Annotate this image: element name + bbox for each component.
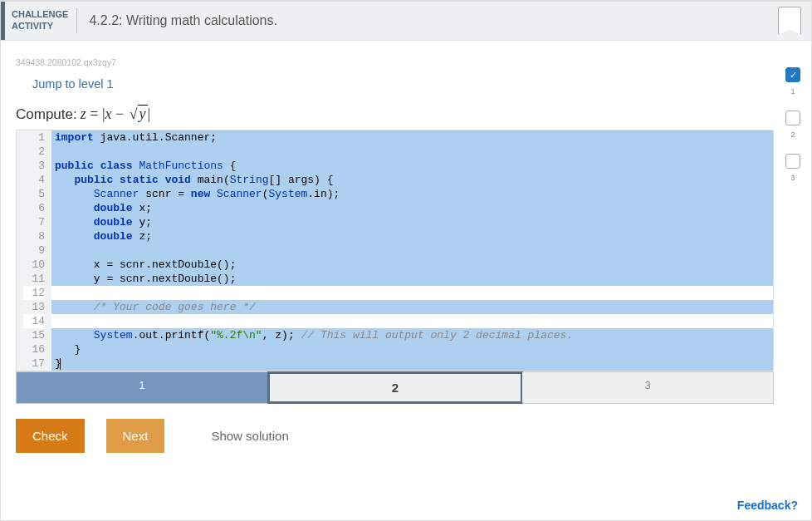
sqrt-icon: y xyxy=(128,106,148,123)
code-line[interactable]: import java.util.Scanner; xyxy=(51,130,773,145)
line-number: 7 xyxy=(23,215,45,229)
line-number: 3 xyxy=(23,159,45,173)
code-line[interactable] xyxy=(51,145,773,159)
header-label: CHALLENGE ACTIVITY xyxy=(5,9,76,32)
code-line[interactable]: double z; xyxy=(51,229,773,243)
tab-1[interactable]: 1 xyxy=(17,372,268,403)
header-label-line2: ACTIVITY xyxy=(12,21,68,32)
header-divider xyxy=(76,8,77,33)
next-button[interactable]: Next xyxy=(106,419,165,453)
code-line[interactable]: } xyxy=(51,356,773,371)
code-line[interactable] xyxy=(51,243,773,258)
line-number: 2 xyxy=(23,145,45,159)
code-line[interactable]: public static void main(String[] args) { xyxy=(51,173,773,187)
line-number: 14 xyxy=(23,314,45,328)
code-editor[interactable]: 1234567891011121314151617 import java.ut… xyxy=(16,130,774,371)
content-area: 349438.2080102.qx3zqy7 Jump to level 1 C… xyxy=(1,41,811,453)
code-line[interactable]: public class MathFunctions { xyxy=(51,159,773,173)
button-row: Check Next Show solution xyxy=(16,419,774,453)
feedback-link[interactable]: Feedback? xyxy=(737,499,798,512)
jump-to-level-link[interactable]: Jump to level 1 xyxy=(32,77,774,91)
code-line[interactable]: double x; xyxy=(51,201,773,215)
code-line[interactable]: /* Your code goes here */ xyxy=(51,300,773,314)
line-number: 12 xyxy=(23,286,45,300)
code-line[interactable]: double y; xyxy=(51,215,773,229)
code-line[interactable]: y = scnr.nextDouble(); xyxy=(51,272,773,286)
bookmark-icon[interactable] xyxy=(778,7,801,35)
code-body[interactable]: import java.util.Scanner;public class Ma… xyxy=(51,130,773,371)
header-label-line1: CHALLENGE xyxy=(12,9,68,21)
line-number: 1 xyxy=(23,130,45,145)
code-gutter: 1234567891011121314151617 xyxy=(17,130,51,371)
line-number: 4 xyxy=(23,173,45,187)
code-line[interactable] xyxy=(51,314,773,328)
tab-3[interactable]: 3 xyxy=(522,372,773,403)
line-number: 17 xyxy=(23,356,45,371)
line-number: 15 xyxy=(23,328,45,342)
line-number: 8 xyxy=(23,229,45,243)
level-tabs: 1 2 3 xyxy=(16,371,774,404)
code-line[interactable]: Scanner scnr = new Scanner(System.in); xyxy=(51,187,773,201)
compute-prefix: Compute: xyxy=(16,106,77,123)
line-number: 6 xyxy=(23,201,45,215)
formula: z = |x − y| xyxy=(81,106,150,123)
line-number: 16 xyxy=(23,342,45,356)
line-number: 5 xyxy=(23,187,45,201)
tab-2[interactable]: 2 xyxy=(267,371,523,404)
line-number: 9 xyxy=(23,243,45,258)
code-line[interactable]: x = scnr.nextDouble(); xyxy=(51,258,773,272)
line-number: 13 xyxy=(23,300,45,314)
code-line[interactable] xyxy=(51,286,773,300)
code-id: 349438.2080102.qx3zqy7 xyxy=(16,57,774,67)
header-title: 4.2.2: Writing math calculations. xyxy=(89,13,778,28)
code-line[interactable]: System.out.printf("%.2f\n", z); // This … xyxy=(51,328,773,342)
code-line[interactable]: } xyxy=(51,342,773,356)
line-number: 11 xyxy=(23,272,45,286)
activity-header: CHALLENGE ACTIVITY 4.2.2: Writing math c… xyxy=(1,1,811,41)
text-cursor xyxy=(60,358,61,370)
line-number: 10 xyxy=(23,258,45,272)
compute-prompt: Compute: z = |x − y| xyxy=(16,106,774,123)
check-button[interactable]: Check xyxy=(16,419,85,453)
show-solution-link[interactable]: Show solution xyxy=(211,429,288,443)
